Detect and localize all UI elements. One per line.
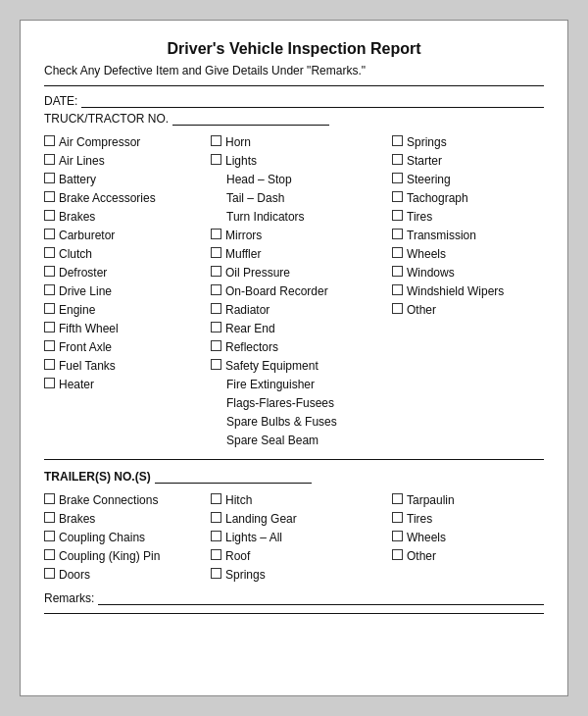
checkbox[interactable] [392, 191, 403, 202]
list-item: Muffler [211, 245, 392, 263]
truck-col3: SpringsStarterSteeringTachographTiresTra… [392, 133, 549, 449]
checkbox[interactable] [44, 154, 55, 165]
item-label: Clutch [59, 245, 92, 263]
checkbox[interactable] [392, 303, 403, 314]
checkbox[interactable] [392, 229, 403, 239]
item-label: Springs [407, 133, 447, 151]
list-item: Radiator [211, 301, 392, 319]
trailer-underline [155, 470, 312, 484]
checkbox[interactable] [44, 512, 55, 523]
item-label: Starter [407, 152, 442, 170]
checkbox[interactable] [44, 378, 55, 388]
list-item: Other [392, 301, 549, 319]
checkbox[interactable] [392, 284, 403, 295]
list-item: Battery [44, 171, 211, 188]
list-item: Springs [211, 566, 392, 584]
list-item: Front Axle [44, 338, 211, 356]
list-item: Brakes [44, 510, 211, 528]
item-label: Wheels [407, 245, 446, 263]
checkbox[interactable] [44, 493, 55, 504]
bottom-divider [44, 613, 544, 614]
item-label: Hitch [225, 491, 252, 509]
item-label: Fifth Wheel [59, 320, 119, 337]
checkbox[interactable] [392, 266, 403, 277]
list-item: Fire Extinguisher [211, 376, 392, 393]
checkbox[interactable] [211, 135, 221, 146]
item-label: Brakes [59, 510, 95, 528]
list-item: Head – Stop [211, 171, 392, 188]
item-label: Doors [59, 566, 90, 584]
remarks-field: Remarks: [44, 591, 544, 605]
checkbox[interactable] [211, 549, 221, 560]
checkbox[interactable] [211, 284, 221, 295]
checkbox[interactable] [211, 512, 221, 523]
checkbox[interactable] [44, 340, 55, 351]
list-item: Flags-Flares-Fusees [211, 394, 392, 412]
checkbox[interactable] [44, 322, 55, 332]
checkbox[interactable] [392, 135, 403, 146]
checkbox[interactable] [392, 173, 403, 183]
item-label: Mirrors [225, 227, 262, 244]
trailer-col1: Brake ConnectionsBrakesCoupling ChainsCo… [44, 491, 211, 584]
checkbox[interactable] [44, 531, 55, 541]
trailer-section-header: TRAILER(S) NO.(S) [44, 470, 544, 484]
checkbox[interactable] [211, 322, 221, 332]
item-label: Fuel Tanks [59, 357, 116, 375]
checkbox[interactable] [211, 229, 221, 239]
list-item: Mirrors [211, 227, 392, 244]
list-item: Engine [44, 301, 211, 319]
item-label: Defroster [59, 264, 107, 281]
checkbox[interactable] [392, 549, 403, 560]
item-label: Tires [407, 208, 432, 226]
checkbox[interactable] [44, 210, 55, 221]
list-item: Carburetor [44, 227, 211, 244]
list-item: Wheels [392, 529, 549, 546]
list-item: Other [392, 547, 549, 565]
date-underline [81, 94, 544, 108]
item-label: Steering [407, 171, 451, 188]
checkbox[interactable] [44, 549, 55, 560]
truck-col2: HornLightsHead – StopTail – DashTurn Ind… [211, 133, 392, 449]
checkbox[interactable] [211, 154, 221, 165]
truck-checklist: Air CompressorAir LinesBatteryBrake Acce… [44, 133, 544, 449]
checkbox[interactable] [44, 229, 55, 239]
trailer-col2: HitchLanding GearLights – AllRoofSprings [211, 491, 392, 584]
checkbox[interactable] [392, 247, 403, 258]
item-label: On-Board Recorder [225, 282, 328, 300]
checkbox[interactable] [44, 191, 55, 202]
list-item: Fifth Wheel [44, 320, 211, 337]
checkbox[interactable] [211, 266, 221, 277]
item-label: Rear End [225, 320, 275, 337]
checkbox[interactable] [392, 493, 403, 504]
list-item: Coupling Chains [44, 529, 211, 546]
checkbox[interactable] [211, 568, 221, 579]
list-item: Hitch [211, 491, 392, 509]
checkbox[interactable] [211, 359, 221, 370]
checkbox[interactable] [211, 493, 221, 504]
item-label: Drive Line [59, 282, 112, 300]
checkbox[interactable] [44, 266, 55, 277]
checkbox[interactable] [44, 284, 55, 295]
checkbox[interactable] [211, 247, 221, 258]
checkbox[interactable] [392, 154, 403, 165]
checkbox[interactable] [44, 303, 55, 314]
checkbox[interactable] [211, 303, 221, 314]
checkbox[interactable] [392, 531, 403, 541]
checkbox[interactable] [44, 173, 55, 183]
list-item: Coupling (King) Pin [44, 547, 211, 565]
list-item: Fuel Tanks [44, 357, 211, 375]
list-item: Oil Pressure [211, 264, 392, 281]
item-label: Radiator [225, 301, 270, 319]
checkbox[interactable] [392, 512, 403, 523]
checkbox[interactable] [44, 247, 55, 258]
item-label: Air Compressor [59, 133, 140, 151]
checkbox[interactable] [211, 531, 221, 541]
inspection-form: Driver's Vehicle Inspection Report Check… [20, 20, 568, 696]
checkbox[interactable] [44, 568, 55, 579]
trailer-checklist: Brake ConnectionsBrakesCoupling ChainsCo… [44, 491, 544, 584]
checkbox[interactable] [211, 340, 221, 351]
checkbox[interactable] [392, 210, 403, 221]
item-label: Other [407, 547, 436, 565]
checkbox[interactable] [44, 359, 55, 370]
checkbox[interactable] [44, 135, 55, 146]
